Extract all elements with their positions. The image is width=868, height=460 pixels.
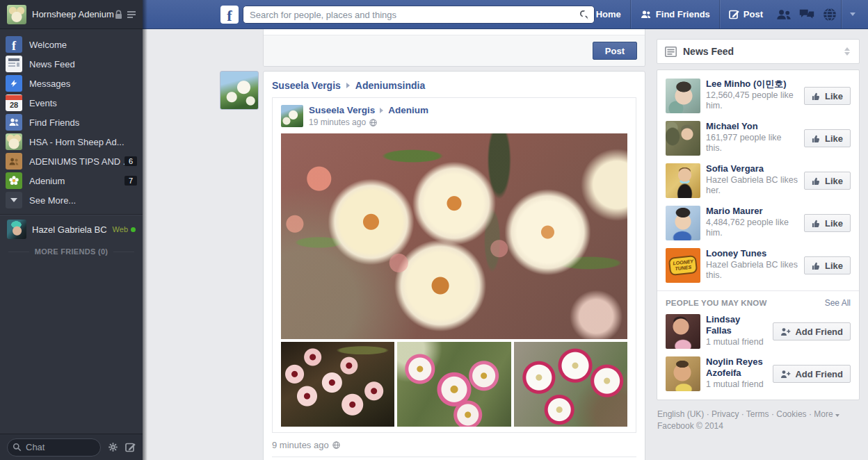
sidebar-item-messages[interactable]: Messages	[0, 74, 143, 93]
suggestion-avatar[interactable]	[666, 163, 700, 198]
friend-requests-jewel[interactable]	[772, 0, 795, 28]
shared-author-link[interactable]: Suseela Vergis	[309, 105, 375, 115]
pymk-avatar[interactable]	[666, 356, 700, 391]
list-menu-icon[interactable]	[127, 10, 136, 19]
photo-thumbnail-1[interactable]	[281, 342, 394, 427]
chat-settings-gear-icon[interactable]	[108, 442, 118, 452]
add-friend-button[interactable]: Add Friend	[773, 365, 851, 383]
sidebar-item-news-feed[interactable]: News Feed	[0, 54, 143, 74]
compose-icon	[729, 9, 739, 19]
suggestion-avatar[interactable]	[666, 206, 700, 240]
post-audience-link[interactable]: Adeniumsindia	[355, 80, 425, 91]
new-message-icon[interactable]	[125, 442, 136, 452]
sidebar-item-adeniums-tips[interactable]: ADENIUMS TIPS AND ... 6	[0, 151, 143, 171]
sidebar-item-see-more[interactable]: See More...	[0, 190, 143, 210]
global-search-input[interactable]	[243, 6, 595, 24]
add-friend-icon	[780, 370, 791, 379]
sort-up-icon	[844, 47, 850, 51]
composer-text-area[interactable]	[264, 29, 645, 35]
suggestion-row: Lee Minho (이민호) 12,560,475 people like h…	[666, 79, 851, 113]
search-icon	[13, 443, 22, 452]
news-feed-title: News Feed	[683, 46, 843, 57]
like-page-button[interactable]: Like	[804, 214, 851, 232]
profile-avatar[interactable]	[7, 5, 26, 24]
composer-post-button[interactable]: Post	[593, 42, 637, 60]
shared-post-avatar[interactable]	[281, 105, 303, 127]
footer-link-terms[interactable]: Terms	[746, 409, 769, 419]
sidebar-item-adenium[interactable]: Adenium 7	[0, 171, 143, 190]
sidebar-item-find-friends[interactable]: Find Friends	[0, 113, 143, 132]
privacy-globe-icon	[332, 441, 340, 449]
chevron-right-icon	[380, 108, 383, 113]
sidebar-nav: f Welcome News Feed Messages	[0, 29, 143, 210]
like-page-button[interactable]: Like	[804, 87, 851, 105]
group-people-icon	[6, 153, 22, 170]
page-footer: English (UK) · Privacy · Terms · Cookies…	[657, 409, 860, 432]
account-menu-caret[interactable]	[842, 0, 862, 28]
nav-find-friends[interactable]: Find Friends	[631, 0, 719, 28]
add-friend-button[interactable]: Add Friend	[773, 322, 851, 340]
thumbs-up-icon	[812, 219, 821, 228]
facebook-f-icon: f	[6, 36, 22, 53]
post-composer: Post	[263, 29, 645, 67]
sidebar-item-hsa-group[interactable]: HSA - Horn Sheep Ad...	[0, 132, 143, 151]
nav-post[interactable]: Post	[720, 0, 772, 28]
footer-link-cookies[interactable]: Cookies	[776, 409, 806, 419]
photo-thumbnails	[281, 342, 627, 427]
suggestion-avatar[interactable]	[666, 79, 700, 113]
post-header: Suseela Vergis Adeniumsindia	[272, 80, 636, 91]
left-sidebar: Hornsheep Adenium f Welcome	[0, 0, 143, 460]
post-author-link[interactable]: Suseela Vergis	[272, 80, 341, 91]
feed-sort-control[interactable]	[843, 44, 851, 58]
pymk-avatar[interactable]	[666, 314, 700, 349]
post-photo-main[interactable]	[281, 133, 627, 339]
sidebar-profile-header[interactable]: Hornsheep Adenium	[0, 0, 143, 29]
like-page-button[interactable]: Like	[804, 129, 851, 147]
pymk-see-all-link[interactable]: See All	[825, 298, 851, 308]
suggestion-row: Sofia Vergara Hazel Gabriela BC likes he…	[666, 163, 851, 198]
like-page-button[interactable]: Like	[804, 256, 851, 274]
thumbs-up-icon	[812, 92, 821, 101]
notifications-jewel[interactable]	[818, 0, 841, 28]
footer-link-privacy[interactable]: Privacy	[712, 409, 739, 419]
thumbs-up-icon	[812, 134, 821, 143]
shared-post-timestamp[interactable]: 19 minutes ago	[309, 117, 366, 127]
lock-icon[interactable]	[114, 10, 123, 19]
shared-post: Suseela Vergis Adenium 19 minutes ago	[272, 97, 636, 433]
facebook-logo[interactable]: f	[220, 6, 239, 24]
post-timestamp[interactable]: 9 minutes ago	[272, 440, 329, 450]
footer-link-language[interactable]: English (UK)	[657, 409, 704, 419]
suggestion-row: Michael Yon 161,977 people like this. Li…	[666, 121, 851, 156]
shared-audience-link[interactable]: Adenium	[388, 105, 428, 115]
photo-thumbnail-3[interactable]	[514, 342, 627, 427]
sidebar-item-welcome[interactable]: f Welcome	[0, 35, 143, 54]
online-dot-icon	[131, 227, 136, 232]
unread-badge: 7	[124, 176, 137, 186]
sidebar-item-events[interactable]: 28 Events	[0, 93, 143, 113]
find-friends-icon	[640, 10, 652, 19]
suggestion-avatar[interactable]: LOONEY TUNES	[666, 248, 700, 283]
top-navbar: f Home Find Friends	[143, 0, 868, 29]
footer-link-more[interactable]: More	[814, 409, 833, 419]
thumbs-up-icon	[812, 176, 821, 186]
like-page-button[interactable]: Like	[804, 172, 851, 190]
page-story-avatar[interactable]	[220, 71, 259, 110]
messages-jewel[interactable]	[795, 0, 818, 28]
newspaper-icon	[6, 56, 22, 72]
shared-post-header: Suseela Vergis Adenium	[309, 105, 428, 115]
nav-home[interactable]: Home	[572, 0, 630, 28]
feed-column: Post Suseela Vergis Adeniumsindia Suseel…	[263, 29, 645, 460]
pymk-title: PEOPLE YOU MAY KNOW	[666, 299, 825, 307]
suggestion-avatar[interactable]	[666, 121, 700, 156]
calendar-icon: 28	[6, 95, 22, 111]
photo-thumbnail-2[interactable]	[397, 342, 511, 427]
more-friends-divider: MORE FRIENDS (0)	[8, 247, 134, 256]
pymk-row: Noylin Reyes Azofeifa 1 mutual friend Ad…	[666, 356, 851, 391]
thumbs-up-icon	[812, 261, 821, 270]
suggestions-card: Lee Minho (이민호) 12,560,475 people like h…	[657, 69, 860, 400]
friend-row-hazel[interactable]: Hazel Gabriela BC Web	[0, 218, 143, 240]
news-feed-list-icon	[665, 47, 677, 57]
sort-down-icon	[844, 52, 850, 56]
news-feed-header[interactable]: News Feed	[657, 39, 860, 64]
globe-notifications-icon	[823, 8, 837, 22]
